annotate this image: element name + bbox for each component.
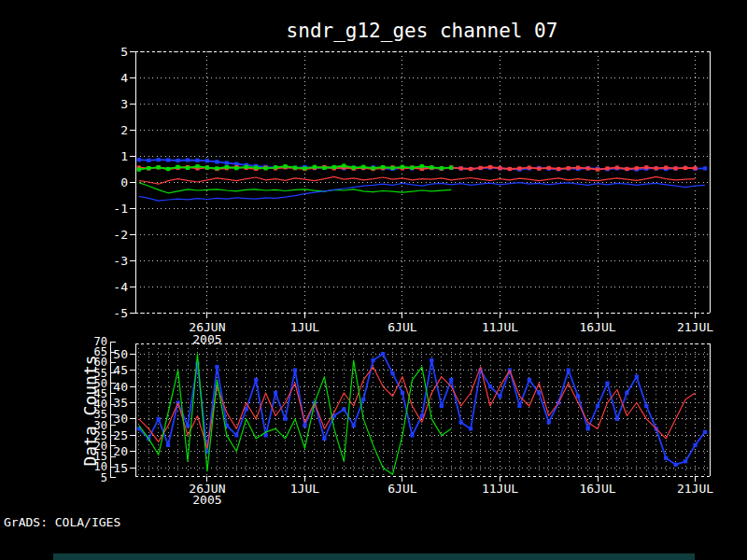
y-tick-label: 5 [120, 45, 128, 59]
outer-axis-label: 5 [101, 471, 107, 484]
grads-window: sndr_g12_ges channel 07 GrADS: COLA/IGES… [0, 0, 747, 560]
grads-watermark: GrADS: COLA/IGES [4, 515, 120, 529]
y-tick-label: 20 [113, 444, 128, 458]
chart-panels: 543210-1-2-3-4-526JUN1JUL6JUL11JUL16JUL2… [80, 45, 713, 508]
y-tick-label: -1 [113, 202, 128, 216]
x-tick-label: 6JUL [388, 320, 416, 334]
y-tick-label: 40 [113, 380, 128, 394]
y-tick-label: 0 [120, 175, 128, 189]
y-tick-label: -2 [113, 228, 128, 242]
x-tick-label: 1JUL [290, 482, 319, 496]
y-tick-label: 2 [120, 123, 128, 137]
x-tick-label: 16JUL [579, 320, 615, 334]
x-tick-label: 16JUL [579, 482, 615, 496]
year-label: 2005 [192, 493, 221, 507]
series-red-thin [139, 176, 696, 184]
y-tick-label: 1 [120, 149, 128, 163]
grid [135, 51, 710, 313]
top-panel: 543210-1-2-3-4-526JUN1JUL6JUL11JUL16JUL2… [113, 45, 713, 347]
y-tick-label: 4 [120, 71, 128, 85]
y-tick-label: -5 [113, 306, 128, 320]
x-tick-label: 11JUL [482, 320, 518, 334]
y-tick-label: -4 [113, 280, 128, 294]
axis-labels: 543210-1-2-3-4-526JUN1JUL6JUL11JUL16JUL2… [113, 45, 713, 347]
series-blue-thin [139, 183, 705, 202]
outer-counts-axis: 706560555045403530252015105Data Counts [80, 335, 116, 484]
y-tick-label: 3 [120, 97, 128, 111]
y-tick-label: 35 [113, 396, 128, 410]
series-group [137, 158, 707, 201]
x-tick-label: 21JUL [677, 320, 713, 334]
x-tick-label: 6JUL [388, 482, 416, 496]
y-tick-label: 30 [113, 412, 128, 426]
chart-title: sndr_g12_ges channel 07 [287, 20, 558, 42]
y-axis-title: Data Counts [80, 355, 100, 466]
x-tick-label: 11JUL [482, 482, 518, 496]
frame [130, 343, 710, 482]
frame [130, 51, 710, 318]
y-tick-label: 50 [113, 347, 128, 361]
x-tick-label: 21JUL [677, 482, 713, 496]
y-tick-label: 45 [113, 363, 128, 377]
y-tick-label: -3 [113, 254, 128, 268]
y-tick-label: 25 [113, 428, 128, 442]
y-tick-label: 15 [113, 461, 128, 475]
chart-canvas: sndr_g12_ges channel 07 GrADS: COLA/IGES… [0, 0, 747, 560]
x-tick-label: 1JUL [290, 320, 319, 334]
bottom-panel: 504540353025201526JUN1JUL6JUL11JUL16JUL2… [80, 335, 713, 507]
bottom-bar [53, 553, 695, 560]
